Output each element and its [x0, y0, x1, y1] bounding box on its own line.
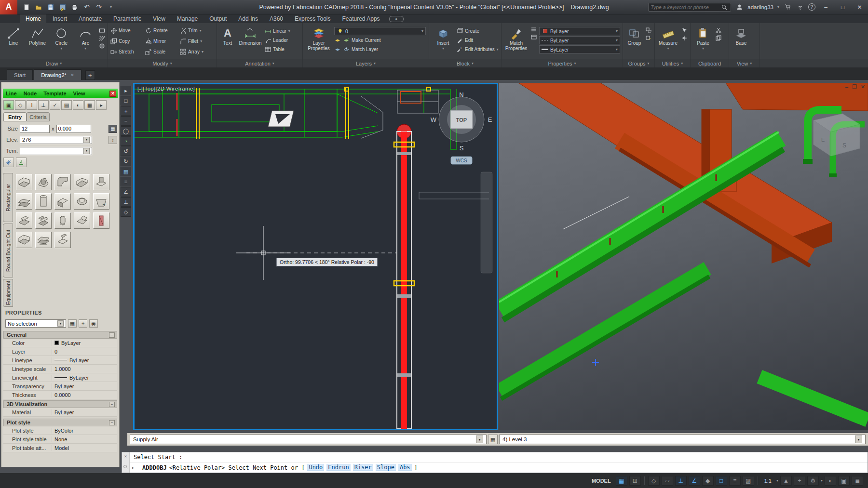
app-menu-button[interactable]: A — [0, 0, 17, 14]
array-button[interactable]: Array▾ — [180, 48, 215, 56]
elev-select[interactable]: 276▾ — [20, 136, 92, 144]
tab-criteria[interactable]: Criteria — [27, 112, 50, 121]
side-tab-equipment[interactable]: Equipment — [3, 279, 13, 307]
fitting-icon[interactable] — [35, 212, 52, 229]
fitting-icon[interactable]: ↵ — [93, 193, 109, 210]
ribbon-display-toggle-icon[interactable]: ● — [389, 16, 404, 22]
panel-label-groups[interactable]: Groups▾ — [623, 59, 654, 67]
match-properties-button[interactable]: Match Properties — [504, 25, 529, 51]
property-row[interactable]: LineweightByLayer — [3, 373, 117, 382]
file-tab-start[interactable]: Start — [7, 69, 33, 80]
palette-tool-icon[interactable]: I — [27, 100, 37, 110]
cut-icon[interactable] — [715, 27, 722, 34]
rotate-button[interactable]: Rotate — [145, 26, 180, 35]
maximize-button[interactable]: □ — [836, 4, 849, 11]
viewport-tool-icon[interactable]: ⊥ — [121, 197, 131, 207]
3d-minimize-icon[interactable]: – — [845, 84, 848, 90]
open-icon[interactable] — [33, 2, 44, 13]
fitting-icon[interactable] — [54, 193, 71, 210]
mirror-button[interactable]: Mirror — [145, 37, 180, 45]
viewport-tool-icon[interactable]: ▸ — [121, 86, 131, 95]
fitting-icon[interactable] — [35, 232, 52, 248]
fitting-icon[interactable] — [74, 193, 90, 210]
property-row[interactable]: Plot styleByColor — [3, 426, 117, 435]
fitting-icon[interactable] — [54, 174, 71, 190]
fitting-icon[interactable] — [93, 174, 109, 190]
table-button[interactable]: Table — [265, 45, 290, 53]
scale-button[interactable]: Scale — [145, 48, 180, 56]
command-window[interactable]: ✕ Select Start : ▸ - ADDDOBJ <Relative P… — [122, 452, 868, 473]
viewport-tool-icon[interactable]: ▦ — [121, 167, 131, 176]
trim-button[interactable]: Trim▾ — [180, 26, 215, 35]
redo-icon[interactable]: ↷ — [94, 2, 104, 13]
palette-tool-icon[interactable]: ⊥ — [38, 100, 49, 110]
panel-label-annotation[interactable]: Annotation▾ — [217, 59, 302, 67]
autoscale-icon[interactable]: ＋ — [794, 476, 805, 486]
annotation-visibility-icon[interactable]: ▲ — [780, 476, 792, 486]
fitting-icon[interactable] — [54, 212, 71, 229]
select-objects-icon[interactable]: ＋ — [79, 319, 87, 328]
tern-select[interactable]: ▾ — [20, 147, 92, 155]
ribbon-tab-addins[interactable]: Add-ins — [233, 14, 263, 23]
command-option-abs[interactable]: Abs — [398, 464, 412, 471]
workspace-gear-icon[interactable]: ⚙ — [807, 476, 819, 486]
palette-tool-icon[interactable]: ▣ — [3, 100, 14, 110]
group-edit-icon[interactable] — [645, 35, 652, 41]
line-button[interactable]: Line — [2, 25, 25, 46]
snap-mode-icon[interactable]: ⊞ — [629, 476, 641, 486]
viewport-3d[interactable]: S E – ❒ ✕ — [499, 83, 868, 430]
linear-flyout-icon[interactable]: ▾ — [288, 29, 290, 33]
undo-icon[interactable]: ↶ — [81, 2, 92, 13]
object-color-select[interactable]: ByLayer▾ — [539, 27, 620, 35]
panel-label-layers[interactable]: Layers▾ — [303, 59, 429, 67]
insert-button[interactable]: Insert ▾ — [432, 25, 455, 51]
region-tool-icon[interactable] — [98, 42, 105, 49]
workspace-dropdown-icon[interactable]: ▾ — [821, 478, 823, 483]
viewport-tool-icon[interactable]: □ — [121, 96, 131, 106]
viewport-tool-icon[interactable]: − — [121, 116, 131, 126]
section-header-plot-style[interactable]: Plot style− — [3, 419, 117, 426]
layer-freeze-icon[interactable] — [343, 46, 350, 53]
create-block-button[interactable]: Create — [457, 27, 499, 35]
property-row[interactable]: Linetype scale1.0000 — [3, 365, 117, 373]
panel-label-properties[interactable]: Properties▾ — [502, 59, 623, 67]
fitting-icon[interactable] — [16, 193, 32, 210]
property-row[interactable]: TransparencyByLayer — [3, 382, 117, 391]
match-layer-button[interactable]: Match Layer — [334, 45, 426, 53]
panel-label-draw[interactable]: Draw▾ — [0, 59, 108, 67]
linetype-select[interactable]: ByLayer▾ — [539, 36, 620, 44]
service-options-icon[interactable]: ▦ — [488, 435, 498, 444]
ortho-icon[interactable]: ⊥ — [675, 476, 687, 486]
fillet-flyout-icon[interactable]: ▾ — [200, 39, 202, 43]
command-option-endrun[interactable]: Endrun — [326, 464, 350, 471]
tab-entry[interactable]: Entry — [3, 112, 27, 121]
dynamic-input-icon[interactable]: ▱ — [662, 476, 673, 486]
viewport-tool-icon[interactable]: ◇ — [121, 207, 131, 217]
size-input-2[interactable] — [56, 125, 91, 133]
circle-button[interactable]: Circle ▾ — [51, 25, 73, 51]
palette-close-icon[interactable]: ✕ — [109, 91, 116, 97]
property-row[interactable]: ColorByLayer — [3, 339, 117, 347]
size-options-icon[interactable]: ▦ — [108, 125, 117, 133]
section-header-general[interactable]: General− — [3, 331, 117, 339]
quick-select-palette-icon[interactable]: ◉ — [89, 319, 98, 328]
3d-close-icon[interactable]: ✕ — [861, 84, 865, 90]
property-row[interactable]: Layer0 — [3, 347, 117, 356]
snowflake-icon[interactable] — [3, 158, 14, 167]
properties-list-icon-2[interactable] — [530, 34, 537, 40]
service-dropdown[interactable]: Supply Air▾ — [130, 435, 487, 444]
hatch-tool-icon[interactable] — [98, 35, 105, 41]
elevation-marker-icon[interactable] — [16, 158, 27, 167]
palette-menu-line[interactable]: Line — [6, 91, 17, 96]
toggle-pickadd-icon[interactable]: ▦ — [68, 319, 77, 328]
edit-block-button[interactable]: Edit — [457, 36, 499, 44]
group-button[interactable]: Group — [625, 25, 643, 46]
stay-connected-icon[interactable] — [796, 3, 804, 12]
ribbon-tab-view[interactable]: View — [148, 14, 171, 23]
make-current-button[interactable]: Make Current — [334, 36, 426, 44]
copy-clip-icon[interactable] — [715, 35, 722, 41]
scale-dropdown-icon[interactable]: ▾ — [776, 478, 778, 483]
palette-tool-icon[interactable]: ◐ — [73, 100, 83, 110]
file-tab-drawing2[interactable]: Drawing2*✕ — [34, 69, 81, 80]
measure-button[interactable]: Measure ▾ — [657, 25, 679, 51]
